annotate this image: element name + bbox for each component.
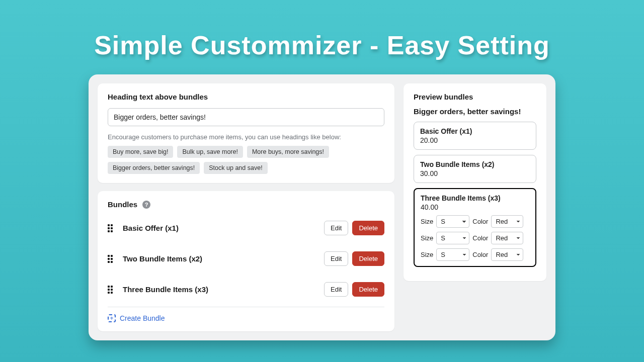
- preview-panel: Preview bundles Bigger orders, better sa…: [404, 83, 546, 281]
- preview-heading: Bigger orders, better savings!: [414, 107, 536, 116]
- heading-hint: Encourage customers to purchase more ite…: [108, 133, 384, 141]
- size-label: Size: [421, 251, 433, 258]
- bundle-row: Three Bundle Items (x3) Edit Delete: [108, 274, 384, 305]
- offer-price: 30.00: [420, 169, 530, 177]
- offer-price: 20.00: [420, 136, 530, 144]
- app-card: Heading text above bundles Encourage cus…: [89, 74, 555, 340]
- delete-button[interactable]: Delete: [352, 282, 384, 297]
- drag-handle-icon[interactable]: [108, 225, 115, 232]
- color-select[interactable]: Red: [491, 232, 523, 244]
- size-label: Size: [421, 234, 433, 242]
- chip-suggestion[interactable]: Buy more, save big!: [108, 146, 173, 158]
- heading-chips: Buy more, save big! Bulk up, save more! …: [108, 146, 384, 174]
- chip-suggestion[interactable]: Bigger orders, better savings!: [108, 162, 200, 174]
- bundles-title: Bundles: [108, 200, 137, 209]
- help-icon[interactable]: ?: [142, 201, 150, 209]
- variant-row: Size S Color Red: [421, 232, 529, 244]
- left-column: Heading text above bundles Encourage cus…: [98, 83, 394, 331]
- preview-offer-selected[interactable]: Three Bundle Items (x3) 40.00 Size S Col…: [414, 188, 536, 267]
- heading-panel: Heading text above bundles Encourage cus…: [98, 83, 394, 183]
- color-label: Color: [472, 218, 488, 225]
- color-label: Color: [472, 251, 488, 258]
- bundle-name: Two Bundle Items (x2): [123, 254, 320, 263]
- offer-name: Basic Offer (x1): [420, 127, 530, 135]
- variant-row: Size S Color Red: [421, 248, 529, 261]
- offer-price: 40.00: [421, 203, 529, 211]
- create-bundle-button[interactable]: + Create Bundle: [108, 307, 384, 322]
- color-select[interactable]: Red: [491, 215, 523, 228]
- bundle-name: Basic Offer (x1): [123, 224, 320, 232]
- offer-name: Two Bundle Items (x2): [420, 160, 530, 168]
- edit-button[interactable]: Edit: [324, 251, 348, 266]
- create-bundle-label: Create Bundle: [120, 314, 165, 322]
- offer-name: Three Bundle Items (x3): [421, 194, 529, 202]
- color-select[interactable]: Red: [491, 248, 523, 261]
- chip-suggestion[interactable]: Bulk up, save more!: [177, 146, 243, 158]
- right-column: Preview bundles Bigger orders, better sa…: [404, 83, 546, 331]
- color-label: Color: [472, 234, 488, 242]
- edit-button[interactable]: Edit: [324, 282, 348, 297]
- preview-offer[interactable]: Two Bundle Items (x2) 30.00: [414, 155, 536, 183]
- preview-offer[interactable]: Basic Offer (x1) 20.00: [414, 122, 536, 150]
- page-title: Simple Custommizer - Easy Setting: [0, 0, 644, 60]
- size-label: Size: [421, 218, 433, 225]
- delete-button[interactable]: Delete: [352, 221, 384, 235]
- chip-suggestion[interactable]: Stock up and save!: [204, 162, 267, 174]
- variant-row: Size S Color Red: [421, 215, 529, 228]
- bundle-row: Basic Offer (x1) Edit Delete: [108, 213, 384, 243]
- bundles-panel: Bundles ? Basic Offer (x1) Edit Delete T…: [98, 191, 394, 331]
- size-select[interactable]: S: [436, 215, 469, 228]
- heading-panel-title: Heading text above bundles: [108, 93, 384, 101]
- delete-button[interactable]: Delete: [352, 251, 384, 266]
- bundle-row: Two Bundle Items (x2) Edit Delete: [108, 243, 384, 274]
- chip-suggestion[interactable]: More buys, more savings!: [247, 146, 329, 158]
- edit-button[interactable]: Edit: [324, 221, 348, 235]
- drag-handle-icon[interactable]: [108, 255, 115, 262]
- size-select[interactable]: S: [436, 232, 469, 244]
- preview-panel-title: Preview bundles: [414, 93, 536, 101]
- bundle-name: Three Bundle Items (x3): [123, 285, 320, 294]
- heading-input[interactable]: [108, 108, 384, 126]
- size-select[interactable]: S: [436, 248, 469, 261]
- drag-handle-icon[interactable]: [108, 286, 115, 293]
- plus-dashed-icon: +: [108, 314, 116, 322]
